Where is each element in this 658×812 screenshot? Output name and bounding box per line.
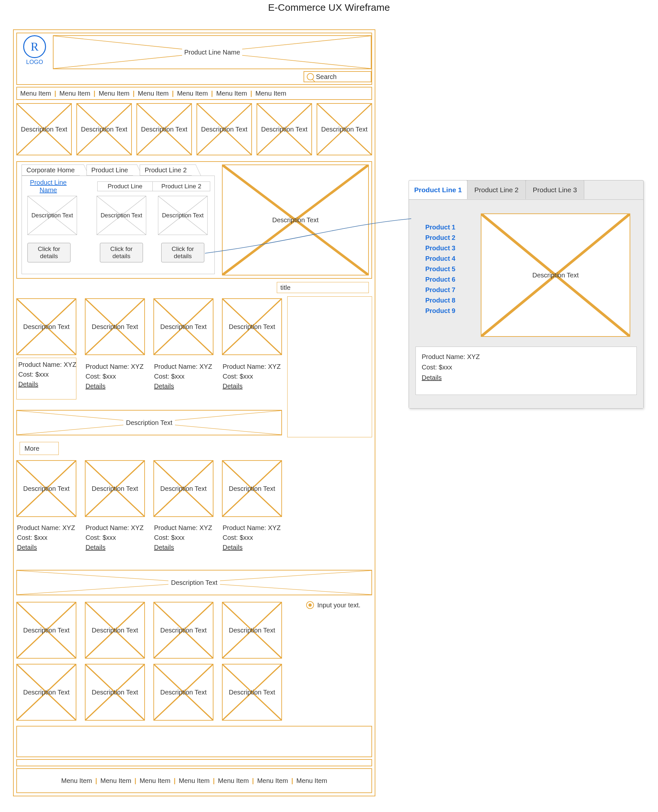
breadcrumb-item[interactable]: Product Line bbox=[86, 164, 135, 175]
details-link[interactable]: Details bbox=[154, 381, 213, 391]
menu-item[interactable]: Menu Item bbox=[60, 90, 90, 97]
grid-tile[interactable]: Description Text bbox=[154, 664, 213, 721]
click-details-button[interactable]: Click for details bbox=[100, 243, 143, 263]
product-link[interactable]: Product 9 bbox=[425, 305, 455, 316]
breadcrumb-item[interactable]: Product Line 2 bbox=[140, 164, 194, 175]
details-link[interactable]: Details bbox=[222, 543, 281, 552]
title-field[interactable]: title bbox=[277, 282, 369, 293]
feature-image: Description Text bbox=[222, 164, 369, 275]
mini-card: Description Text bbox=[27, 196, 77, 235]
search-input[interactable]: Search bbox=[304, 71, 371, 82]
menu-item[interactable]: Menu Item bbox=[257, 777, 288, 785]
product-info: Product Name: XYZCost: $xxxDetails bbox=[86, 523, 144, 552]
menu-item[interactable]: Menu Item bbox=[138, 90, 168, 97]
click-details-button[interactable]: Click for details bbox=[27, 243, 70, 263]
product-info: Product Name: XYZCost: $xxxDetails bbox=[86, 361, 144, 391]
page-title: E-Commerce UX Wireframe bbox=[0, 2, 658, 13]
grid-tile[interactable]: Description Text bbox=[85, 602, 145, 659]
product-list: Product 1 Product 2 Product 3 Product 4 … bbox=[425, 222, 455, 316]
product-link[interactable]: Product 5 bbox=[425, 264, 455, 274]
product-image[interactable]: Description Text bbox=[85, 460, 145, 517]
product-line-link[interactable]: Product Line Name bbox=[25, 179, 71, 194]
menu-item[interactable]: Menu Item bbox=[61, 777, 92, 785]
tab-product-line-2[interactable]: Product Line 2 bbox=[467, 180, 526, 199]
click-details-button[interactable]: Click for details bbox=[161, 243, 204, 263]
breadcrumb-item[interactable]: Corporate Home bbox=[22, 164, 82, 175]
details-link[interactable]: Details bbox=[17, 543, 76, 552]
menu-item[interactable]: Menu Item bbox=[179, 777, 210, 785]
grid-tile[interactable]: Description Text bbox=[154, 602, 213, 659]
product-link[interactable]: Product 3 bbox=[425, 243, 455, 253]
menu-item[interactable]: Menu Item bbox=[218, 777, 249, 785]
product-image[interactable]: Description Text bbox=[154, 460, 213, 517]
product-image[interactable]: Description Text bbox=[154, 298, 213, 355]
product-link[interactable]: Product 8 bbox=[425, 295, 455, 305]
logo-text: LOGO bbox=[19, 59, 50, 66]
tab-product-line-3[interactable]: Product Line 3 bbox=[525, 180, 584, 199]
category-tile[interactable]: Description Text bbox=[316, 103, 372, 155]
grid-tile[interactable]: Description Text bbox=[85, 664, 145, 721]
product-image[interactable]: Description Text bbox=[222, 298, 282, 355]
registered-icon: R bbox=[23, 35, 46, 58]
product-link[interactable]: Product 4 bbox=[425, 253, 455, 264]
product-image[interactable]: Description Text bbox=[85, 298, 145, 355]
details-link[interactable]: Details bbox=[86, 543, 144, 552]
product-info: Product Name: XYZCost: $xxxDetails bbox=[222, 361, 281, 391]
product-info: Product Name: XYZCost: $xxxDetails bbox=[222, 523, 281, 552]
product-image[interactable]: Description Text bbox=[16, 298, 77, 355]
radio-icon bbox=[306, 601, 314, 609]
product-link[interactable]: Product 6 bbox=[425, 274, 455, 285]
top-menu: Menu Item| Menu Item| Menu Item| Menu It… bbox=[16, 87, 372, 100]
grid-tile[interactable]: Description Text bbox=[222, 664, 282, 721]
product-info: Product Name: XYZCost: $xxxDetails bbox=[18, 360, 77, 389]
category-tile[interactable]: Description Text bbox=[77, 103, 132, 155]
product-info: Product Name: XYZCost: $xxxDetails bbox=[154, 523, 213, 552]
subtab[interactable]: Product Line bbox=[97, 181, 153, 191]
tab-product-line-1[interactable]: Product Line 1 bbox=[409, 180, 467, 199]
menu-item[interactable]: Menu Item bbox=[177, 90, 208, 97]
panel-tabs: Product Line 1 Product Line 2 Product Li… bbox=[409, 180, 584, 199]
mini-card: Description Text bbox=[158, 196, 208, 235]
menu-item[interactable]: Menu Item bbox=[100, 777, 131, 785]
subtab[interactable]: Product Line 2 bbox=[153, 181, 210, 191]
footer-bar bbox=[16, 759, 372, 766]
panel-image: Description Text bbox=[481, 213, 630, 337]
details-link[interactable]: Details bbox=[422, 372, 631, 383]
details-link[interactable]: Details bbox=[222, 381, 281, 391]
hero-banner: Product Line Name bbox=[53, 35, 371, 69]
product-info: Product Name: XYZCost: $xxxDetails bbox=[17, 523, 76, 552]
product-image[interactable]: Description Text bbox=[222, 460, 282, 517]
product-link[interactable]: Product 2 bbox=[425, 232, 455, 243]
category-tile[interactable]: Description Text bbox=[136, 103, 192, 155]
product-image[interactable]: Description Text bbox=[16, 460, 77, 517]
details-link[interactable]: Details bbox=[18, 379, 77, 389]
radio-option[interactable]: Input your text. bbox=[306, 601, 360, 609]
panel-product-info: Product Name: XYZ Cost: $xxx Details bbox=[415, 347, 637, 395]
banner: Description Text bbox=[16, 410, 282, 435]
sidebar-placeholder bbox=[287, 296, 372, 437]
mini-card: Description Text bbox=[97, 196, 146, 235]
category-tile[interactable]: Description Text bbox=[16, 103, 72, 155]
logo[interactable]: R LOGO bbox=[19, 35, 50, 66]
menu-item[interactable]: Menu Item bbox=[99, 90, 129, 97]
details-link[interactable]: Details bbox=[154, 543, 213, 552]
search-icon bbox=[307, 73, 314, 80]
product-link[interactable]: Product 1 bbox=[425, 222, 455, 232]
grid-tile[interactable]: Description Text bbox=[16, 602, 77, 659]
detail-panel: Product 1 Product 2 Product 3 Product 4 … bbox=[409, 180, 644, 408]
menu-item[interactable]: Menu Item bbox=[255, 90, 286, 97]
menu-item[interactable]: Menu Item bbox=[216, 90, 247, 97]
more-button[interactable]: More bbox=[20, 442, 59, 455]
details-link[interactable]: Details bbox=[86, 381, 144, 391]
grid-tile[interactable]: Description Text bbox=[16, 664, 77, 721]
category-tile[interactable]: Description Text bbox=[257, 103, 312, 155]
menu-item[interactable]: Menu Item bbox=[20, 90, 51, 97]
category-tile[interactable]: Description Text bbox=[196, 103, 252, 155]
product-info: Product Name: XYZCost: $xxxDetails bbox=[154, 361, 213, 391]
product-link[interactable]: Product 7 bbox=[425, 285, 455, 295]
menu-item[interactable]: Menu Item bbox=[140, 777, 171, 785]
grid-tile[interactable]: Description Text bbox=[222, 602, 282, 659]
menu-item[interactable]: Menu Item bbox=[296, 777, 327, 785]
footer-menu: Menu Item| Menu Item| Menu Item| Menu It… bbox=[16, 768, 372, 793]
breadcrumb: Corporate Home Product Line Product Line… bbox=[22, 164, 194, 175]
